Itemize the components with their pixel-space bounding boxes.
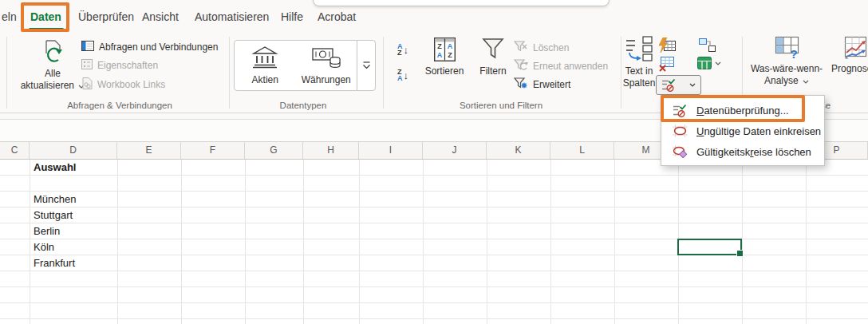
menu-item-data-validation[interactable]: Datenüberprüfung... — [661, 100, 824, 121]
column-header-e[interactable]: E — [117, 142, 181, 159]
flash-fill-icon — [659, 38, 676, 53]
workbook-links-icon — [81, 77, 93, 92]
group-label-sort-filter: Sortieren und Filtern — [429, 101, 573, 110]
gridline — [423, 160, 424, 324]
refresh-all-button[interactable]: Alle aktualisieren — [14, 38, 91, 91]
funnel-clear-icon — [514, 41, 528, 55]
tab-acrobat[interactable]: Acrobat — [318, 10, 356, 23]
cell-d-muenchen[interactable]: München — [30, 192, 121, 207]
queries-connections-label: Abfragen und Verbindungen — [99, 41, 218, 53]
svg-text:Z: Z — [437, 42, 442, 50]
stocks-button[interactable]: Aktien — [235, 41, 296, 90]
queries-connections-icon — [81, 41, 94, 53]
tab-automatisieren[interactable]: Automatisieren — [195, 10, 269, 23]
svg-text:A: A — [436, 51, 442, 59]
tab-ueberpruefen[interactable]: Überprüfen — [78, 10, 134, 23]
advanced-filter-label: Erweitert — [533, 79, 570, 90]
text-to-columns-label-2: Spalten — [623, 78, 656, 89]
clear-filter-button: Löschen — [514, 41, 569, 55]
text-to-columns-button[interactable]: Text in Spalten — [621, 36, 657, 89]
data-model-icon — [697, 57, 712, 69]
gridline — [550, 160, 551, 324]
menu-item-circle-invalid-data[interactable]: Ungültige Daten einkreisen — [661, 121, 824, 141]
data-model-button[interactable] — [697, 57, 721, 69]
tab-daten[interactable]: Daten — [30, 10, 61, 23]
tab-formeln-partial[interactable]: eln — [2, 10, 17, 23]
refresh-all-label-1: Alle — [45, 69, 61, 79]
sort-button[interactable]: Z A A Z Sortieren — [421, 38, 468, 77]
cell-d-frankfurt[interactable]: Frankfurt — [30, 255, 121, 271]
ribbon-tab-bar: eln Daten Überprüfen Ansicht Automatisie… — [0, 0, 868, 34]
column-header-d[interactable]: D — [30, 142, 117, 159]
clear-filter-label: Löschen — [533, 42, 569, 53]
workbook-links-label: Workbook Links — [97, 79, 165, 90]
menu-item-clear-validation-circles[interactable]: Gültigkeitskreise löschen — [661, 141, 824, 162]
filter-button[interactable]: Filtern — [475, 38, 511, 77]
data-validation-icon — [661, 78, 677, 92]
gridline — [359, 160, 360, 324]
cell-d-stuttgart[interactable]: Stuttgart — [30, 207, 121, 223]
gridline — [245, 160, 246, 324]
gridline — [806, 160, 807, 324]
excel-window: eln Daten Überprüfen Ansicht Automatisie… — [0, 0, 868, 324]
column-header-h[interactable]: H — [303, 142, 359, 159]
funnel-advanced-icon — [514, 77, 528, 92]
column-header-l[interactable]: L — [550, 142, 614, 159]
column-header-f[interactable]: F — [181, 142, 245, 159]
gallery-more-button[interactable] — [357, 41, 375, 90]
search-box-partial[interactable] — [313, 0, 610, 6]
fill-handle[interactable] — [736, 250, 744, 257]
sort-label: Sortieren — [425, 66, 464, 77]
currencies-button[interactable]: Währungen — [296, 41, 357, 90]
tab-hilfe[interactable]: Hilfe — [281, 10, 303, 23]
cell-d-berlin[interactable]: Berlin — [30, 223, 121, 239]
properties-icon — [81, 59, 93, 72]
column-header-g[interactable]: G — [245, 142, 303, 159]
cell-d-auswahl[interactable]: Auswahl — [30, 160, 121, 176]
active-tab-underline — [29, 28, 64, 30]
bank-icon — [251, 45, 278, 73]
tab-ansicht[interactable]: Ansicht — [142, 10, 179, 23]
data-validation-button[interactable] — [656, 75, 701, 95]
consolidate-button[interactable] — [699, 38, 716, 55]
refresh-icon — [39, 38, 66, 67]
column-header-i[interactable]: I — [359, 142, 423, 159]
data-validation-icon — [671, 104, 688, 117]
what-if-icon: ? — [775, 36, 799, 62]
sort-table-icon: Z A A Z — [434, 38, 456, 65]
chevron-down-icon — [715, 61, 721, 65]
workbook-links-button: Workbook Links — [81, 77, 165, 92]
gridline — [181, 160, 182, 324]
column-header-c[interactable]: C — [0, 142, 30, 159]
svg-text:A: A — [447, 42, 452, 50]
reapply-filter-label: Erneut anwenden — [533, 61, 608, 72]
gallery-more-icon — [362, 58, 371, 73]
gridline — [487, 160, 487, 324]
group-separator — [6, 37, 7, 109]
sort-descending-button[interactable]: ZA ↓ — [397, 69, 408, 81]
funnel-icon — [482, 38, 504, 65]
column-header-j[interactable]: J — [423, 142, 487, 159]
clear-validation-circles-icon — [671, 145, 688, 158]
consolidate-icon — [699, 38, 716, 52]
forecast-chart-icon — [842, 36, 867, 62]
remove-duplicates-button[interactable] — [659, 57, 676, 75]
what-if-analysis-button[interactable]: ? Was-wäre-wenn- Analyse — [748, 36, 825, 86]
selected-cell[interactable] — [677, 239, 742, 255]
sort-ascending-button[interactable]: AZ ↓ — [397, 43, 408, 56]
advanced-filter-button[interactable]: Erweitert — [514, 77, 570, 92]
what-if-label-2: Analyse — [764, 76, 809, 86]
gridline — [303, 160, 304, 324]
chevron-down-icon — [803, 80, 809, 84]
cell-d-koeln[interactable]: Köln — [30, 239, 121, 255]
text-to-columns-icon — [625, 36, 653, 65]
column-header-k[interactable]: K — [487, 142, 550, 159]
what-if-label-1: Was-wäre-wenn- — [751, 64, 823, 74]
menu-item-label: Gültigkeitskreise löschen — [696, 146, 811, 158]
forecast-sheet-button[interactable]: Prognoseb — [827, 36, 868, 74]
queries-connections-button[interactable]: Abfragen und Verbindungen — [81, 41, 218, 53]
flash-fill-button[interactable] — [659, 38, 676, 56]
down-arrow-icon: ↓ — [404, 44, 409, 56]
funnel-reapply-icon — [514, 59, 528, 73]
filter-label: Filtern — [479, 66, 506, 77]
